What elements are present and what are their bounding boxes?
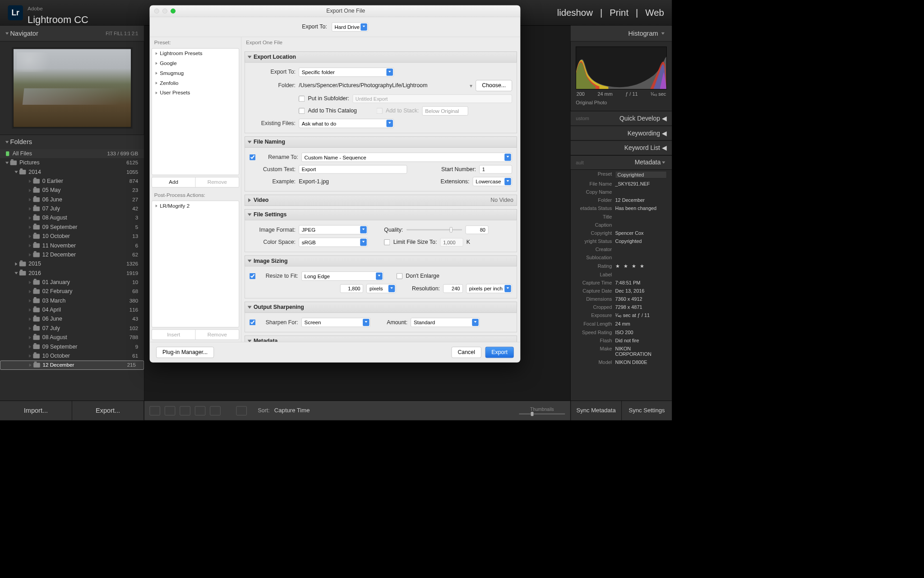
sync-settings-button[interactable]: Sync Settings: [621, 401, 672, 420]
compare-view-icon[interactable]: [180, 406, 190, 415]
grid-view-icon[interactable]: [150, 406, 160, 415]
keyword-list-header[interactable]: Keyword List ◀: [571, 140, 672, 155]
painter-icon[interactable]: [236, 406, 247, 415]
choose-folder-button[interactable]: Choose...: [476, 80, 513, 91]
extensions-select[interactable]: Lowercase: [473, 177, 512, 186]
thumbnail-size-slider[interactable]: Thumbnails: [519, 407, 565, 415]
folder-row[interactable]: 08 August3: [0, 214, 144, 223]
custom-text-input[interactable]: [299, 165, 407, 174]
loupe-view-icon[interactable]: [165, 406, 175, 415]
folder-row[interactable]: 09 September9: [0, 342, 144, 351]
keywording-header[interactable]: Keywording ◀: [571, 126, 672, 141]
resize-checkbox[interactable]: [249, 273, 255, 279]
people-view-icon[interactable]: [210, 406, 220, 415]
module-print[interactable]: Print: [610, 7, 628, 18]
resize-mode-select[interactable]: Long Edge: [301, 271, 383, 280]
rename-template-select[interactable]: Custom Name - Sequence: [301, 153, 512, 162]
section-image-sizing[interactable]: Image Sizing: [245, 256, 517, 267]
folder-row[interactable]: 20141055: [0, 168, 144, 177]
sharpen-amount-select[interactable]: Standard: [411, 318, 480, 327]
section-metadata[interactable]: Metadata: [245, 336, 517, 342]
preset-item[interactable]: Lightroom Presets: [152, 49, 239, 59]
start-number-input[interactable]: [479, 165, 512, 174]
histogram-header[interactable]: Histogram: [571, 26, 672, 42]
histogram[interactable]: [576, 47, 666, 89]
volume-row[interactable]: All Files 133 / 699 GB: [0, 149, 144, 158]
preset-item[interactable]: User Presets: [152, 88, 239, 98]
section-export-location[interactable]: Export Location: [245, 51, 517, 63]
sharpen-checkbox[interactable]: [249, 320, 255, 326]
folder-row[interactable]: 0 Earlier874: [0, 177, 144, 186]
cancel-button[interactable]: Cancel: [452, 347, 481, 358]
ppa-list[interactable]: LR/Mogrify 2: [152, 200, 239, 327]
folder-row[interactable]: 10 October61: [0, 351, 144, 360]
rename-checkbox[interactable]: [249, 154, 255, 160]
folder-row[interactable]: 10 October13: [0, 232, 144, 241]
folder-row[interactable]: 11 November6: [0, 241, 144, 250]
folder-row[interactable]: 01 January10: [0, 278, 144, 287]
export-options[interactable]: Export One File Export Location Export T…: [241, 37, 520, 342]
preset-item[interactable]: Smugmug: [152, 68, 239, 78]
preset-item[interactable]: Google: [152, 58, 239, 68]
dimension-input[interactable]: [340, 284, 363, 293]
export-button[interactable]: Export...: [72, 401, 144, 420]
preset-item[interactable]: Zenfolio: [152, 78, 239, 88]
folder-row[interactable]: 03 March380: [0, 296, 144, 305]
navigator-zoom-opts[interactable]: FIT FILL 1:1 2:1: [106, 31, 138, 36]
folder-row[interactable]: 08 August788: [0, 333, 144, 342]
folder-row[interactable]: 20161919: [0, 269, 144, 278]
folder-row[interactable]: 20151326: [0, 259, 144, 268]
metadata-header[interactable]: aultMetadata: [571, 155, 672, 170]
module-slideshow[interactable]: lideshow: [557, 7, 593, 18]
section-output-sharpening[interactable]: Output Sharpening: [245, 302, 517, 313]
folders-header[interactable]: Folders: [0, 135, 144, 149]
folder-row[interactable]: 04 April116: [0, 305, 144, 314]
navigator-header[interactable]: Navigator FIT FILL 1:1 2:1: [0, 26, 144, 42]
preset-list[interactable]: Lightroom PresetsGoogleSmugmugZenfolioUs…: [152, 48, 239, 175]
existing-files-select[interactable]: Ask what to do: [299, 119, 394, 128]
metadata-preset-select[interactable]: Copyrighted: [615, 171, 667, 178]
section-video[interactable]: VideoNo Video: [245, 195, 517, 206]
dimension-unit-select[interactable]: pixels: [367, 284, 396, 293]
minimize-icon[interactable]: [162, 9, 167, 14]
ppa-item[interactable]: LR/Mogrify 2: [152, 201, 239, 211]
subfolder-checkbox[interactable]: [299, 96, 305, 102]
dialog-titlebar[interactable]: Export One File: [150, 5, 521, 17]
folder-row[interactable]: 12 December215: [0, 360, 144, 369]
quality-input[interactable]: [466, 226, 489, 234]
export-button[interactable]: Export: [485, 347, 513, 358]
folder-tree[interactable]: Pictures6125201410550 Earlier87405 May23…: [0, 158, 144, 401]
subfolder-input[interactable]: [353, 94, 513, 103]
color-space-select[interactable]: sRGB: [299, 238, 368, 247]
import-button[interactable]: Import...: [0, 401, 72, 420]
folder-row[interactable]: Pictures6125: [0, 158, 144, 168]
section-file-naming[interactable]: File Naming: [245, 137, 517, 148]
folder-row[interactable]: 07 July102: [0, 324, 144, 333]
preset-add-button[interactable]: Add: [152, 177, 195, 187]
limit-filesize-checkbox[interactable]: [384, 239, 390, 245]
folder-row[interactable]: 12 December62: [0, 250, 144, 259]
module-web[interactable]: Web: [645, 7, 664, 18]
resolution-input[interactable]: [443, 284, 463, 293]
export-to-select[interactable]: Hard Drive: [332, 22, 368, 31]
sort-value[interactable]: Capture Time: [274, 407, 310, 414]
navigator-preview[interactable]: [0, 42, 144, 135]
dont-enlarge-checkbox[interactable]: [397, 273, 402, 279]
quality-slider[interactable]: [407, 229, 462, 231]
quick-develop-header[interactable]: ustomQuick Develop ◀: [571, 111, 672, 126]
sync-metadata-button[interactable]: Sync Metadata: [571, 401, 621, 420]
zoom-icon[interactable]: [171, 9, 176, 14]
folder-row[interactable]: 07 July42: [0, 204, 144, 213]
folder-row[interactable]: 09 September5: [0, 223, 144, 232]
resolution-unit-select[interactable]: pixels per inch: [466, 284, 512, 293]
folder-row[interactable]: 06 June43: [0, 315, 144, 324]
folder-row[interactable]: 02 February68: [0, 287, 144, 296]
close-icon[interactable]: [154, 9, 159, 14]
add-catalog-checkbox[interactable]: [299, 108, 305, 114]
image-format-select[interactable]: JPEG: [299, 225, 368, 234]
plugin-manager-button[interactable]: Plug-in Manager...: [156, 347, 214, 358]
folder-row[interactable]: 06 June27: [0, 195, 144, 204]
survey-view-icon[interactable]: [195, 406, 205, 415]
export-location-select[interactable]: Specific folder: [299, 68, 394, 77]
section-file-settings[interactable]: File Settings: [245, 209, 517, 220]
